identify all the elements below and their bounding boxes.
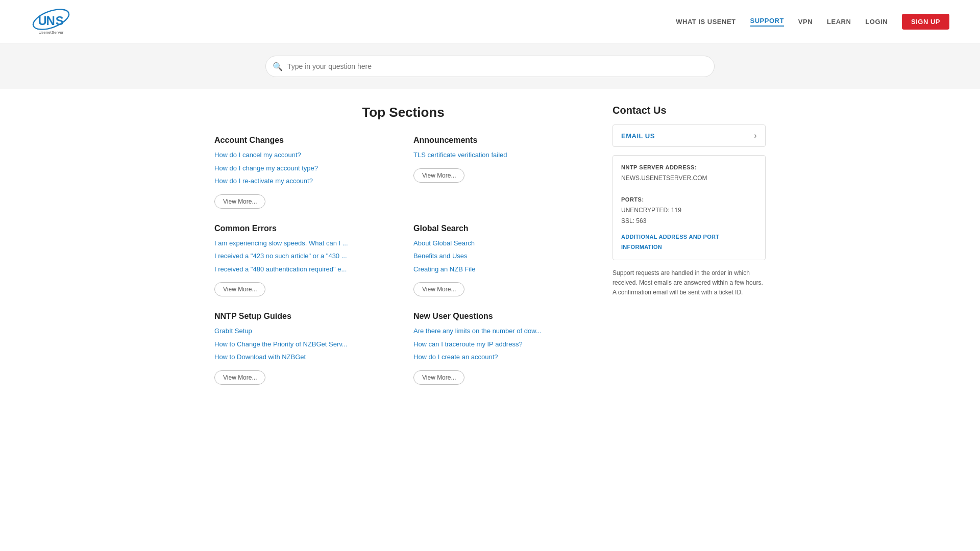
list-item: Are there any limits on the number of do…: [413, 326, 592, 336]
section-link[interactable]: I received a "480 authentication require…: [214, 265, 347, 273]
main-content: Top Sections Account ChangesHow do I can…: [184, 89, 796, 400]
list-item: How to Change the Priority of NZBGet Ser…: [214, 339, 393, 349]
view-more-button-new-user-questions[interactable]: View More...: [413, 370, 464, 385]
nav-learn[interactable]: LEARN: [827, 18, 851, 26]
logo-area: U N S UsenetServer: [31, 6, 71, 37]
section-link[interactable]: Are there any limits on the number of do…: [413, 327, 542, 335]
svg-text:S: S: [56, 14, 64, 28]
list-item: Creating an NZB File: [413, 264, 592, 274]
section-link[interactable]: GrabIt Setup: [214, 327, 252, 335]
nav-login[interactable]: LOGIN: [865, 18, 888, 26]
list-item: How do I cancel my account?: [214, 150, 393, 160]
list-item: How do I create an account?: [413, 352, 592, 362]
section-title-global-search: Global Search: [413, 224, 592, 233]
page-title: Top Sections: [214, 105, 592, 120]
section-link[interactable]: I received a "423 no such article" or a …: [214, 252, 347, 260]
list-item: I received a "423 no such article" or a …: [214, 251, 393, 261]
server-info-box: NNTP SERVER ADDRESS: NEWS.USENETSERVER.C…: [612, 155, 766, 260]
section-title-announcements: Announcements: [413, 136, 592, 145]
header: U N S UsenetServer WHAT IS USENET SUPPOR…: [0, 0, 980, 43]
section-card-global-search: Global SearchAbout Global SearchBenefits…: [413, 224, 592, 297]
signup-button[interactable]: SIGN UP: [902, 14, 949, 30]
view-more-button-nntp-setup[interactable]: View More...: [214, 370, 265, 385]
svg-text:UsenetServer: UsenetServer: [39, 30, 64, 35]
support-note: Support requests are handled in the orde…: [612, 268, 766, 298]
section-links-common-errors: I am experiencing slow speeds. What can …: [214, 238, 393, 274]
sidebar: Contact Us EMAIL US › NNTP SERVER ADDRES…: [612, 105, 766, 385]
sections-grid: Account ChangesHow do I cancel my accoun…: [214, 136, 592, 385]
additional-address-link[interactable]: ADDITIONAL ADDRESS AND PORT INFORMATION: [621, 232, 757, 253]
search-section: 🔍: [0, 43, 980, 89]
section-card-nntp-setup: NNTP Setup GuidesGrabIt SetupHow to Chan…: [214, 312, 393, 385]
section-link[interactable]: How can I traceroute my IP address?: [413, 340, 523, 348]
section-link[interactable]: How do I create an account?: [413, 353, 498, 361]
section-link[interactable]: Benefits and Uses: [413, 252, 468, 260]
view-more-button-account-changes[interactable]: View More...: [214, 194, 265, 209]
list-item: I received a "480 authentication require…: [214, 264, 393, 274]
section-link[interactable]: How do I cancel my account?: [214, 151, 301, 159]
list-item: How do I re-activate my account?: [214, 176, 393, 186]
list-item: Benefits and Uses: [413, 251, 592, 261]
list-item: How can I traceroute my IP address?: [413, 339, 592, 349]
list-item: I am experiencing slow speeds. What can …: [214, 238, 393, 248]
view-more-button-common-errors[interactable]: View More...: [214, 282, 265, 296]
nntp-value: NEWS.USENETSERVER.COM: [621, 173, 757, 184]
list-item: How to Download with NZBGet: [214, 352, 393, 362]
search-icon: 🔍: [273, 62, 283, 71]
chevron-right-icon: ›: [754, 131, 757, 140]
sections-area: Top Sections Account ChangesHow do I can…: [214, 105, 592, 385]
list-item: TLS certificate verification failed: [413, 150, 592, 160]
section-link[interactable]: How to Change the Priority of NZBGet Ser…: [214, 340, 348, 348]
section-link[interactable]: TLS certificate verification failed: [413, 151, 507, 159]
section-links-account-changes: How do I cancel my account?How do I chan…: [214, 150, 393, 186]
view-more-button-global-search[interactable]: View More...: [413, 282, 464, 296]
section-link[interactable]: How do I change my account type?: [214, 164, 318, 172]
section-card-common-errors: Common ErrorsI am experiencing slow spee…: [214, 224, 393, 297]
nav-what-is-usenet[interactable]: WHAT IS USENET: [676, 18, 736, 26]
section-links-global-search: About Global SearchBenefits and UsesCrea…: [413, 238, 592, 274]
list-item: GrabIt Setup: [214, 326, 393, 336]
list-item: About Global Search: [413, 238, 592, 248]
section-link[interactable]: I am experiencing slow speeds. What can …: [214, 239, 348, 247]
section-title-nntp-setup: NNTP Setup Guides: [214, 312, 393, 321]
contact-title: Contact Us: [612, 105, 766, 116]
section-link[interactable]: Creating an NZB File: [413, 265, 475, 273]
email-us-label: EMAIL US: [621, 132, 655, 140]
section-link[interactable]: How to Download with NZBGet: [214, 353, 306, 361]
section-title-account-changes: Account Changes: [214, 136, 393, 145]
nntp-label: NNTP SERVER ADDRESS:: [621, 163, 757, 173]
search-wrapper: 🔍: [265, 56, 715, 77]
ports-label: PORTS:: [621, 195, 757, 205]
logo-icon: U N S UsenetServer: [31, 6, 71, 37]
section-card-new-user-questions: New User QuestionsAre there any limits o…: [413, 312, 592, 385]
list-item: How do I change my account type?: [214, 163, 393, 173]
section-link[interactable]: About Global Search: [413, 239, 475, 247]
section-title-common-errors: Common Errors: [214, 224, 393, 233]
svg-text:N: N: [46, 14, 55, 28]
ports-ssl: SSL: 563: [621, 216, 757, 227]
section-title-new-user-questions: New User Questions: [413, 312, 592, 321]
view-more-button-announcements[interactable]: View More...: [413, 168, 464, 183]
search-input[interactable]: [265, 56, 715, 77]
section-links-nntp-setup: GrabIt SetupHow to Change the Priority o…: [214, 326, 393, 362]
svg-text:U: U: [38, 14, 46, 28]
section-link[interactable]: How do I re-activate my account?: [214, 177, 313, 185]
section-links-new-user-questions: Are there any limits on the number of do…: [413, 326, 592, 362]
section-card-announcements: AnnouncementsTLS certificate verificatio…: [413, 136, 592, 209]
section-card-account-changes: Account ChangesHow do I cancel my accoun…: [214, 136, 393, 209]
email-us-button[interactable]: EMAIL US ›: [612, 124, 766, 147]
ports-unencrypted: UNENCRYPTED: 119: [621, 205, 757, 216]
nav-vpn[interactable]: VPN: [798, 18, 813, 26]
main-nav: WHAT IS USENET SUPPORT VPN LEARN LOGIN S…: [676, 14, 949, 30]
nav-support[interactable]: SUPPORT: [750, 17, 784, 27]
section-links-announcements: TLS certificate verification failed: [413, 150, 592, 160]
